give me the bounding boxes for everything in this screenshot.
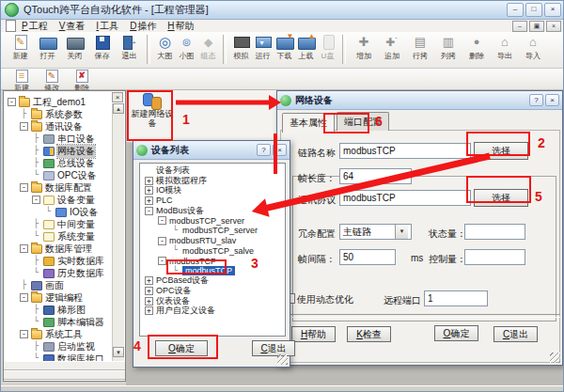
status-var-input[interactable] <box>464 224 525 240</box>
tree-item-ladder-diagram[interactable]: ├ 梯形图 <box>5 304 112 316</box>
exit-button[interactable]: C退出 <box>252 340 295 356</box>
expander-icon[interactable]: └ <box>32 318 40 326</box>
expander-icon[interactable]: + <box>145 297 153 306</box>
control-var-input[interactable] <box>464 249 525 265</box>
toolbar-button-new[interactable]: 新建 <box>7 34 34 61</box>
toolbar-button-download[interactable]: 下载 <box>274 34 295 61</box>
expander-icon[interactable]: + <box>145 287 153 295</box>
toolbar-button-small-icons[interactable]: 小图 <box>176 34 197 61</box>
tree-item-modbustcp-salve[interactable]: └ modbusTCP_salve <box>140 246 285 257</box>
mdi-close-icon[interactable]: × <box>546 21 561 32</box>
expander-icon[interactable]: ├ <box>32 159 40 167</box>
tree-item-io-device[interactable]: └ IO设备 <box>5 206 112 218</box>
help-button[interactable]: H帮助 <box>291 326 336 342</box>
tree-item-script-editor[interactable]: └ 脚本编辑器 <box>5 316 112 328</box>
expander-icon[interactable]: ├ <box>32 134 40 143</box>
expander-icon[interactable]: - <box>20 330 28 338</box>
tree-item-logic-program[interactable]: - 逻辑编程 <box>5 291 112 304</box>
exit-button[interactable]: C退出 <box>494 326 538 342</box>
toolbar-button-copy-row[interactable]: 行拷 <box>406 34 434 61</box>
tree-item-serial-device[interactable]: ├ 串口设备 <box>5 133 112 145</box>
tree-item-system-params[interactable]: ├ 系统参数 <box>5 108 112 120</box>
toolbar-button-usb[interactable]: U盘 <box>317 34 338 61</box>
expander-icon[interactable]: ├ <box>32 147 40 155</box>
tree-item-modbustcp-server[interactable]: └ modbusTCP_server <box>140 226 285 236</box>
expander-icon[interactable]: - <box>20 244 28 253</box>
resize-grip[interactable] <box>277 354 288 365</box>
expander-icon[interactable]: - <box>32 196 40 204</box>
expander-icon[interactable]: - <box>158 257 166 265</box>
tree-item-realtime-db[interactable]: ├ 实时数据库 <box>5 255 112 267</box>
toolbar-button-copy-col[interactable]: 列拷 <box>434 34 462 61</box>
chevron-down-icon[interactable]: ▼ <box>395 225 408 239</box>
dialog-title-bar[interactable]: 网络设备 ? × <box>277 91 562 110</box>
tree-item-screens[interactable]: ├ 画面 <box>5 279 112 291</box>
tree-item-system-vars[interactable]: └ 系统变量 <box>5 230 112 243</box>
toolbar-button-append[interactable]: 追加 <box>378 34 406 61</box>
toolbar-button-export[interactable]: 导出 <box>491 34 519 61</box>
check-button[interactable]: K检查 <box>347 326 391 342</box>
expander-icon[interactable]: └ <box>32 171 40 180</box>
redundancy-dropdown[interactable]: 主链路▼ <box>339 224 412 240</box>
close-icon[interactable]: × <box>545 94 559 106</box>
tree-item-db-config[interactable]: - 数据库配置 <box>5 181 112 194</box>
dialog-title-bar[interactable]: 设备列表 ? × <box>133 141 290 160</box>
expander-icon[interactable]: ├ <box>32 342 40 351</box>
expander-icon[interactable]: ├ <box>32 306 40 314</box>
toolbar-button-add[interactable]: 增加 <box>350 34 378 61</box>
expander-icon[interactable]: + <box>145 306 153 315</box>
tree-item-middle-vars[interactable]: ├ 中间变量 <box>5 218 112 230</box>
expander-icon[interactable]: ├ <box>20 281 28 290</box>
expander-icon[interactable]: └ <box>171 246 180 255</box>
tree-item-device-vars[interactable]: - 设备变量 <box>5 194 112 206</box>
expander-icon[interactable]: ├ <box>32 257 40 265</box>
menu-item-operation[interactable]: D操作 <box>130 20 156 33</box>
remote-port-input[interactable]: 1 <box>424 290 488 306</box>
expander-icon[interactable]: └ <box>32 232 40 241</box>
expander-icon[interactable]: └ <box>32 269 40 277</box>
expander-icon[interactable]: - <box>8 98 16 106</box>
expander-icon[interactable]: + <box>145 276 153 285</box>
toolbar-button-close[interactable]: 关闭 <box>61 34 88 61</box>
tree-item-history-db[interactable]: └ 历史数据库 <box>5 267 112 279</box>
toolbar-button-save[interactable]: 保存 <box>88 34 116 61</box>
tree-item-io-module[interactable]: + IO模块 <box>140 185 285 196</box>
minimize-icon[interactable]: – <box>507 3 524 17</box>
expander-icon[interactable]: ├ <box>20 110 28 118</box>
menu-item-tools[interactable]: I工具 <box>96 20 118 33</box>
tree-item-db-manage[interactable]: - 数据库管理 <box>5 243 112 255</box>
toolbar-button-exit[interactable]: 退出 <box>116 34 143 61</box>
tree-item-opc-device[interactable]: └ OPC设备 <box>5 169 112 181</box>
help-icon[interactable]: ? <box>257 144 271 156</box>
scroll-down-icon[interactable] <box>113 347 124 357</box>
frame-interval-input[interactable]: 50 <box>339 249 396 265</box>
toolbar-button-large-icons[interactable]: 大图 <box>154 34 176 61</box>
mdi-restore-icon[interactable]: ▣ <box>529 21 544 32</box>
resize-grip[interactable] <box>550 353 560 363</box>
tree-item-user-defined-devices[interactable]: + 用户自定义设备 <box>140 306 285 317</box>
toolbar-button-upload[interactable]: 上载 <box>295 34 317 61</box>
expander-icon[interactable]: - <box>158 237 166 245</box>
ok-button[interactable]: O确定 <box>434 325 478 341</box>
expander-icon[interactable]: - <box>145 207 153 215</box>
tree-item-bus-device[interactable]: ├ 总线设备 <box>5 157 112 169</box>
tree-item-comm-devices[interactable]: - 通讯设备 <box>5 120 112 133</box>
expander-icon[interactable]: - <box>20 183 28 192</box>
menu-item-help[interactable]: H帮助 <box>167 20 194 33</box>
expander-icon[interactable]: + <box>145 177 153 185</box>
maximize-icon[interactable]: □ <box>525 3 542 17</box>
tree-item-project-root[interactable]: - 工程_demo1 <box>5 96 112 108</box>
panel-close-icon[interactable] <box>112 92 123 102</box>
expander-icon[interactable]: └ <box>44 208 53 216</box>
help-icon[interactable]: ? <box>529 94 543 106</box>
tree-item-network-device[interactable]: ├ 网络设备 <box>5 145 112 157</box>
scroll-up-icon[interactable] <box>113 103 124 114</box>
expander-icon[interactable]: - <box>20 122 28 131</box>
expander-icon[interactable]: - <box>20 293 28 302</box>
toolbar-button-configure[interactable]: 组态 <box>197 34 219 61</box>
mdi-minimize-icon[interactable]: – <box>512 21 527 32</box>
expander-icon[interactable]: ├ <box>32 220 40 228</box>
menu-item-view[interactable]: V查看 <box>59 20 86 33</box>
expander-icon[interactable]: + <box>145 186 153 195</box>
expander-icon[interactable]: - <box>158 216 166 225</box>
